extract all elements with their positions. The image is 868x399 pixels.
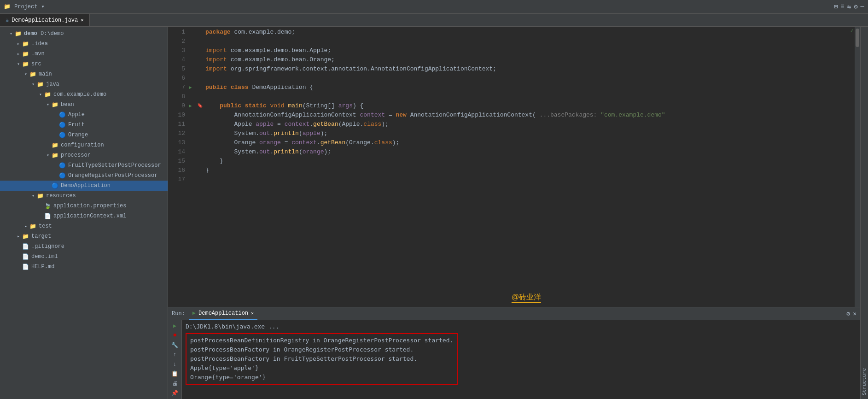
tree-item-com-example-demo[interactable]: 📁 com.example.demo: [0, 89, 168, 100]
tree-item-gitignore[interactable]: 📄 .gitignore: [0, 241, 168, 252]
tree-item-resources[interactable]: 📁 resources: [0, 191, 168, 201]
class-icon-fruit: 🔵: [59, 122, 66, 129]
editor-main: 1 2 3 4 5 6 7 8 9 10 11 12 13 14 15 16 1: [168, 27, 860, 307]
main-layout: 📁 demo D:\demo 📁 .idea 📁 .mvn 📁: [0, 27, 868, 399]
code-line-2: [205, 37, 849, 46]
bookmark-gutter: 🔖: [197, 27, 204, 307]
code-editor[interactable]: package com.example.demo; import com.exa…: [204, 27, 849, 307]
structure-tab[interactable]: Structure: [860, 27, 868, 399]
scroll-down-button[interactable]: ↓: [170, 361, 180, 369]
tree-item-apple[interactable]: 🔵 Apple: [0, 110, 168, 120]
class-icon-orange-register: 🔵: [59, 172, 66, 179]
tree-item-fruit-setter[interactable]: 🔵 FruitTypeSetterPostProcessor: [0, 160, 168, 170]
code-line-17: [205, 175, 849, 184]
tree-item-app-props[interactable]: 🍃 application.properties: [0, 201, 168, 211]
tree-item-configuration[interactable]: 📁 configuration: [0, 140, 168, 150]
right-check: ✓: [849, 27, 855, 307]
tree-item-idea[interactable]: 📁 .idea: [0, 39, 168, 49]
code-line-14: System.out.println(orange);: [205, 147, 849, 157]
scroll-up-button[interactable]: ↑: [170, 351, 180, 359]
class-icon-apple: 🔵: [59, 111, 66, 118]
folder-icon-demo: 📁: [15, 30, 22, 37]
run-copy-button[interactable]: 📋: [170, 370, 180, 378]
code-line-15: }: [205, 157, 849, 166]
tree-item-orange[interactable]: 🔵 Orange: [0, 130, 168, 140]
tree-item-orange-register[interactable]: 🔵 OrangeRegisterPostProcessor: [0, 170, 168, 181]
title-bar-dropdown-icon[interactable]: ▾: [41, 3, 44, 10]
run-output: D:\JDK1.8\bin\java.exe ... postProcessBe…: [182, 320, 860, 399]
sidebar: 📁 demo D:\demo 📁 .idea 📁 .mvn 📁: [0, 27, 168, 399]
folder-icon-java: 📁: [37, 81, 44, 88]
run-sidebar: ▶ ■ 🔧 ↑ ↓ 📋 🖨 📌: [168, 320, 182, 399]
tree-item-demo-iml[interactable]: 📄 demo.iml: [0, 252, 168, 262]
tree-item-target[interactable]: 📁 target: [0, 231, 168, 241]
collapse-icon[interactable]: ≡: [840, 3, 844, 11]
tab-bar: ☕ DemoApplication.java ✕: [0, 14, 868, 27]
folder-icon-bean: 📁: [52, 101, 59, 108]
tree-label-target: target: [31, 233, 51, 240]
tree-arrow-processor: [44, 153, 52, 158]
tree-label-fruit-setter: FruitTypeSetterPostProcessor: [68, 162, 161, 169]
tab-icon: ☕: [6, 17, 9, 23]
tree-item-src[interactable]: 📁 src: [0, 59, 168, 69]
check-mark-icon: ✓: [851, 28, 854, 34]
run-pin-button[interactable]: 📌: [170, 389, 180, 397]
run-play-button[interactable]: ▶: [170, 322, 180, 330]
swap-icon[interactable]: ⇆: [847, 3, 851, 11]
code-line-8: [205, 92, 849, 101]
tree-label-demo-iml: demo.iml: [31, 253, 58, 260]
sidebar-tree: 📁 demo D:\demo 📁 .idea 📁 .mvn 📁: [0, 27, 168, 399]
run-output-line-5: Orange{type='orange'}: [190, 373, 453, 382]
run-output-box: postProcessBeanDefinitionRegistry in Ora…: [186, 333, 458, 385]
run-output-line-4: Apple{type='apple'}: [190, 364, 453, 373]
run-wrench-button[interactable]: 🔧: [170, 341, 180, 349]
tree-label-java: java: [46, 81, 59, 88]
tree-label-demo-app: DemoApplication: [61, 182, 111, 189]
tree-label-help-md: HELP.md: [31, 264, 54, 270]
bottom-tab-bar: Run: ▶ DemoApplication ✕ ⚙ ✕: [168, 307, 860, 320]
tree-label-processor: processor: [61, 152, 91, 158]
run-stop-button[interactable]: ■: [170, 332, 180, 340]
title-bar-actions: ⊞ ≡ ⇆ ⚙ —: [834, 3, 864, 11]
tree-item-help-md[interactable]: 📄 HELP.md: [0, 262, 168, 272]
run-tab-icon: ▶: [192, 310, 196, 317]
properties-icon: 🍃: [44, 203, 52, 210]
scrollbar-thumb[interactable]: [856, 29, 859, 47]
tree-item-demo-application[interactable]: 🔵 DemoApplication: [0, 181, 168, 191]
tree-item-mvn[interactable]: 📁 .mvn: [0, 49, 168, 59]
tree-item-processor[interactable]: 📁 processor: [0, 150, 168, 160]
gitignore-icon: 📄: [22, 243, 29, 250]
tree-arrow-java: [29, 82, 37, 87]
right-scrollbar[interactable]: [855, 27, 860, 307]
tree-item-demo[interactable]: 📁 demo D:\demo: [0, 29, 168, 39]
tree-item-test[interactable]: 📁 test: [0, 221, 168, 231]
tab-demo-application[interactable]: ☕ DemoApplication.java ✕: [0, 14, 90, 26]
run-tab-demo[interactable]: ▶ DemoApplication ✕: [189, 307, 257, 320]
tree-label-ced: com.example.demo: [53, 91, 106, 98]
run-label: Run:: [172, 311, 185, 317]
tree-item-bean[interactable]: 📁 bean: [0, 100, 168, 110]
run-output-line-3: postProcessBeanFactory in FruitTypeSette…: [190, 354, 453, 364]
tree-item-fruit[interactable]: 🔵 Fruit: [0, 120, 168, 130]
run-tab-close[interactable]: ✕: [251, 311, 254, 316]
tree-label-test: test: [39, 223, 52, 229]
tree-item-main[interactable]: 📁 main: [0, 69, 168, 79]
close-panel-icon[interactable]: ✕: [853, 310, 856, 317]
code-line-12: System.out.println(apple);: [205, 129, 849, 138]
tab-close-button[interactable]: ✕: [81, 17, 84, 23]
tree-item-java[interactable]: 📁 java: [0, 79, 168, 89]
tree-arrow-test: [22, 223, 29, 229]
tree-label-orange-register: OrangeRegisterPostProcessor: [68, 172, 157, 179]
tree-item-app-ctx-xml[interactable]: 📄 applicationContext.xml: [0, 211, 168, 221]
run-clear-button[interactable]: 🖨: [170, 380, 180, 387]
settings-icon[interactable]: ⚙: [854, 3, 857, 11]
folder-icon-test: 📁: [29, 223, 37, 230]
settings-gear-icon[interactable]: ⚙: [846, 310, 850, 317]
expand-icon[interactable]: ⊞: [834, 3, 838, 11]
code-line-1: package com.example.demo;: [205, 28, 849, 37]
tab-label: DemoApplication.java: [12, 17, 78, 23]
run-area: ▶ ■ 🔧 ↑ ↓ 📋 🖨 📌 D:\JDK1.8\bin\java.exe .…: [168, 320, 860, 399]
minimize-icon[interactable]: —: [861, 3, 864, 11]
run-output-line-2: postProcessBeanFactory in OrangeRegister…: [190, 345, 453, 354]
folder-icon-ced: 📁: [44, 91, 52, 98]
